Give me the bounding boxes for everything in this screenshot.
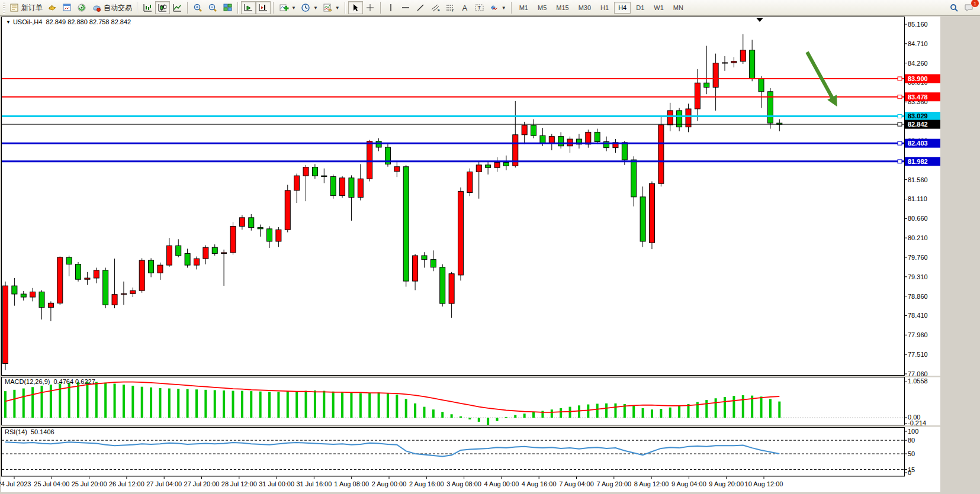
- price-axis-label[interactable]: 78.860: [908, 293, 928, 300]
- timeframe-MN[interactable]: MN: [669, 2, 687, 14]
- vertical-line-tool-button[interactable]: [384, 1, 399, 14]
- price-axis-label[interactable]: 77.510: [908, 351, 928, 358]
- price-axis-label[interactable]: 77.060: [908, 370, 928, 377]
- time-axis-label[interactable]: 9 Aug 04:00: [671, 480, 706, 487]
- bar-chart-mode-button[interactable]: [140, 1, 155, 14]
- macd-histogram-bar: [432, 409, 435, 418]
- text-label-tool-button[interactable]: T: [472, 1, 487, 14]
- tile-windows-button[interactable]: [220, 1, 235, 14]
- channel-tool-button[interactable]: E: [428, 1, 443, 14]
- notifications-button[interactable]: 1: [962, 1, 976, 14]
- macd-histogram-bar: [687, 404, 690, 418]
- macd-histogram-bar: [396, 395, 398, 418]
- time-axis-label[interactable]: 7 Aug 04:00: [559, 480, 594, 487]
- search-button[interactable]: [947, 1, 962, 14]
- timeframe-H1[interactable]: H1: [596, 2, 613, 14]
- macd-histogram-bar: [95, 382, 98, 418]
- auto-scroll-button[interactable]: [241, 1, 256, 14]
- price-axis-label[interactable]: 84.260: [908, 60, 928, 67]
- price-axis-label[interactable]: 84.710: [908, 40, 928, 47]
- horizontal-line-tool-button[interactable]: [399, 1, 413, 14]
- hline-handle[interactable]: [898, 160, 902, 163]
- zoom-in-button[interactable]: [191, 1, 205, 14]
- arrows-tool-button[interactable]: ▼: [487, 1, 509, 14]
- time-axis-label[interactable]: 27 Jul 04:00: [146, 480, 182, 487]
- gold-button[interactable]: [45, 1, 60, 14]
- macd-histogram-bar: [350, 393, 352, 418]
- line-chart-mode-button[interactable]: [170, 1, 185, 14]
- time-axis-label[interactable]: 2 Aug 16:00: [409, 480, 444, 487]
- price-axis-label[interactable]: 80.210: [908, 234, 928, 241]
- price-axis-label[interactable]: 79.760: [908, 254, 928, 261]
- time-axis-label[interactable]: 26 Jul 12:00: [109, 480, 144, 487]
- charts-window-button[interactable]: [60, 1, 75, 14]
- zoom-out-button[interactable]: [205, 1, 220, 14]
- time-axis-label[interactable]: 31 Jul 16:00: [296, 480, 332, 487]
- price-axis-label[interactable]: 81.110: [908, 195, 927, 202]
- time-axis-label[interactable]: 4 Aug 16:00: [522, 480, 557, 487]
- macd-axis-label: 1.0558: [908, 377, 928, 385]
- trendline-tool-button[interactable]: [413, 1, 428, 14]
- chart-shift-button[interactable]: [256, 1, 271, 14]
- candlestick-mode-button[interactable]: [155, 1, 170, 14]
- macd-histogram-bar: [13, 390, 15, 418]
- hline-handle[interactable]: [898, 114, 902, 118]
- crosshair-tool-button[interactable]: [363, 1, 378, 14]
- hline-handle[interactable]: [898, 141, 902, 145]
- time-axis-label[interactable]: 24 Jul 2023: [0, 480, 31, 487]
- candlestick-icon: [158, 3, 168, 12]
- hline-handle[interactable]: [898, 122, 902, 126]
- timeframe-D1[interactable]: D1: [632, 2, 648, 14]
- price-axis-label[interactable]: 80.660: [908, 215, 928, 222]
- time-axis-label[interactable]: 10 Aug 12:00: [745, 480, 783, 487]
- price-axis-label[interactable]: 78.410: [908, 312, 928, 319]
- new-order-button[interactable]: 新订单: [7, 1, 45, 14]
- chart-canvas[interactable]: 85.16084.71084.26083.81083.36082.91082.4…: [0, 0, 980, 494]
- time-axis-label[interactable]: 31 Jul 00:00: [259, 480, 294, 487]
- time-axis-label[interactable]: 2 Aug 00:00: [372, 480, 407, 487]
- price-axis-label[interactable]: 85.160: [908, 21, 928, 28]
- timeframe-M1[interactable]: M1: [515, 2, 532, 14]
- indicators-button[interactable]: ▼: [277, 1, 298, 14]
- time-axis-label[interactable]: 25 Jul 20:00: [72, 480, 107, 487]
- templates-button[interactable]: ▼: [320, 1, 342, 14]
- price-axis-label[interactable]: 77.960: [908, 331, 928, 338]
- time-axis-label[interactable]: 4 Aug 00:00: [484, 480, 519, 487]
- time-axis-label[interactable]: 28 Jul 12:00: [221, 480, 257, 487]
- chart-window-background[interactable]: [1, 17, 940, 492]
- time-axis-label[interactable]: 1 Aug 08:00: [334, 480, 369, 487]
- timeframe-M15[interactable]: M15: [552, 2, 573, 14]
- text-tool-button[interactable]: A: [458, 1, 472, 14]
- time-axis-label[interactable]: 25 Jul 04:00: [34, 480, 69, 487]
- time-axis-label[interactable]: 7 Aug 20:00: [596, 480, 631, 487]
- hline-handle[interactable]: [898, 77, 902, 80]
- time-axis-label[interactable]: 8 Aug 12:00: [634, 480, 669, 487]
- timeframe-M30[interactable]: M30: [574, 2, 595, 14]
- fibonacci-tool-button[interactable]: F: [443, 1, 458, 14]
- time-axis-label[interactable]: 27 Jul 20:00: [184, 480, 220, 487]
- signal-button[interactable]: [75, 1, 89, 14]
- panel-splitter[interactable]: [1, 425, 940, 427]
- rsi-axis-label: 100: [908, 428, 918, 435]
- symbol-dropdown-icon[interactable]: ▼: [6, 20, 11, 25]
- candle-bearish: [66, 257, 72, 264]
- cursor-tool-button[interactable]: [348, 1, 363, 14]
- time-axis-label[interactable]: 9 Aug 20:00: [709, 480, 744, 487]
- timeframe-W1[interactable]: W1: [650, 2, 668, 14]
- gold-bar-icon: [47, 3, 57, 12]
- price-axis-label[interactable]: 79.310: [908, 273, 928, 280]
- rsi-value: 50.1406: [31, 428, 54, 435]
- timeframe-M5[interactable]: M5: [534, 2, 551, 14]
- candle-bullish: [722, 63, 728, 63]
- chart-title[interactable]: ▼USOil-,H482.849 82.880 82.758 82.842: [6, 18, 131, 25]
- periods-button[interactable]: ▼: [298, 1, 320, 14]
- periods-caret: ▼: [313, 5, 318, 11]
- candle-bearish: [12, 286, 17, 294]
- auto-trading-button[interactable]: 自动交易: [89, 1, 134, 14]
- price-axis-label[interactable]: 81.560: [908, 176, 928, 183]
- hline-handle[interactable]: [898, 95, 902, 99]
- time-axis-label[interactable]: 3 Aug 08:00: [446, 480, 481, 487]
- timeframe-H4[interactable]: H4: [614, 2, 631, 14]
- toolbar-grip[interactable]: [3, 2, 5, 14]
- candle-bearish: [258, 228, 263, 229]
